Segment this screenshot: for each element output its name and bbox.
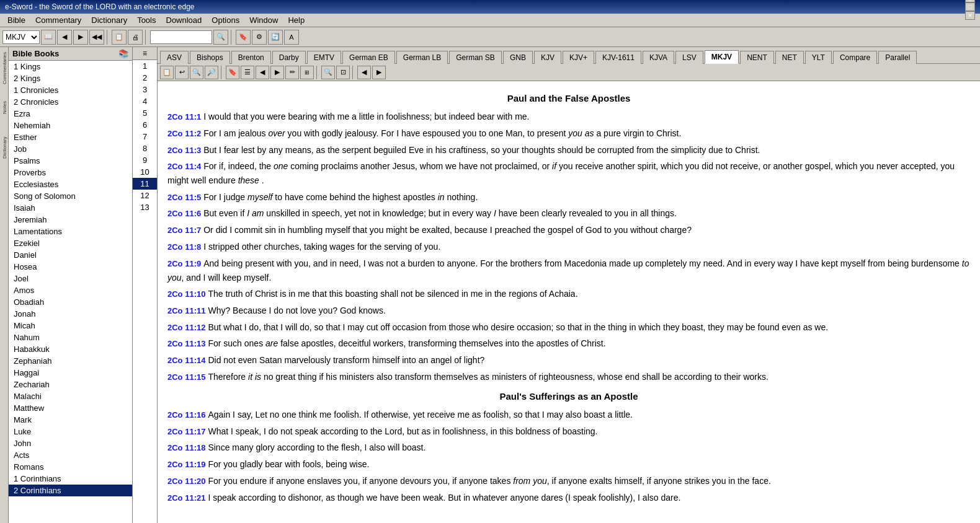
ct-search2-btn[interactable]: 🔎: [205, 66, 218, 79]
chapter-item-8[interactable]: 8: [133, 143, 157, 154]
book-item-lamentations[interactable]: Lamentations: [9, 226, 132, 237]
ct-next-btn[interactable]: ▶: [372, 66, 386, 79]
bible-select[interactable]: MKJV: [2, 30, 40, 44]
copy-button[interactable]: 📋: [112, 30, 127, 45]
ct-bookmark-btn[interactable]: 🔖: [226, 66, 239, 79]
bible-tab-bishops[interactable]: Bishops: [190, 51, 230, 64]
menu-bible[interactable]: Bible: [2, 14, 30, 26]
ct-prev-btn[interactable]: ◀: [357, 66, 371, 79]
book-item-malachi[interactable]: Malachi: [9, 390, 132, 402]
bible-tab-kjv-[interactable]: KJV+: [563, 51, 594, 64]
book-item-job[interactable]: Job: [9, 143, 132, 155]
ct-copy-btn[interactable]: 📋: [160, 66, 174, 79]
book-item-proverbs[interactable]: Proverbs: [9, 167, 132, 178]
book-item-daniel[interactable]: Daniel: [9, 249, 132, 261]
bible-books-list[interactable]: 1 Kings2 Kings1 Chronicles2 ChroniclesEz…: [9, 61, 132, 523]
book-item-isaiah[interactable]: Isaiah: [9, 202, 132, 214]
menu-help[interactable]: Help: [283, 14, 310, 26]
bible-tab-german-lb[interactable]: German LB: [396, 51, 448, 64]
book-item-zechariah[interactable]: Zechariah: [9, 379, 132, 390]
ct-grid-btn[interactable]: ⊞: [300, 66, 314, 79]
menu-options[interactable]: Options: [207, 14, 244, 26]
bible-tab-gnb[interactable]: GNB: [503, 51, 533, 64]
book-item-song-of-solomon[interactable]: Song of Solomon: [9, 190, 132, 202]
bible-tab-darby[interactable]: Darby: [272, 51, 306, 64]
book-item-john[interactable]: John: [9, 437, 132, 449]
menu-dictionary[interactable]: Dictionary: [86, 14, 132, 26]
menu-tools[interactable]: Tools: [132, 14, 161, 26]
chapter-item-6[interactable]: 6: [133, 119, 157, 131]
close-button[interactable]: ✕: [965, 11, 975, 20]
chapter-item-3[interactable]: 3: [133, 84, 157, 95]
menu-window[interactable]: Window: [244, 14, 283, 26]
ct-back-btn[interactable]: ↩: [175, 66, 189, 79]
back-button[interactable]: ◀: [57, 30, 72, 45]
bible-tab-kjva[interactable]: KJVA: [643, 51, 674, 64]
bible-tab-german-eb[interactable]: German EB: [342, 51, 395, 64]
chapter-list[interactable]: 12345678910111213: [133, 60, 157, 523]
bible-tab-compare[interactable]: Compare: [833, 51, 877, 64]
search-input[interactable]: [150, 30, 212, 44]
ct-edit-btn[interactable]: ✏: [285, 66, 299, 79]
book-item-hosea[interactable]: Hosea: [9, 261, 132, 273]
refresh-button[interactable]: 🔄: [268, 30, 283, 45]
book-item-amos[interactable]: Amos: [9, 284, 132, 296]
print-button[interactable]: 🖨: [128, 30, 143, 45]
chapter-item-5[interactable]: 5: [133, 107, 157, 119]
book-item-acts[interactable]: Acts: [9, 449, 132, 461]
bible-tab-german-sb[interactable]: German SB: [449, 51, 502, 64]
settings-button[interactable]: ⚙: [252, 30, 267, 45]
ct-left-btn[interactable]: ◀: [256, 66, 269, 79]
open-bible-button[interactable]: 📖: [41, 30, 56, 45]
font-button[interactable]: A: [284, 30, 299, 45]
book-item-1-chronicles[interactable]: 1 Chronicles: [9, 84, 132, 96]
bible-tab-ylt[interactable]: YLT: [805, 51, 832, 64]
menu-commentary[interactable]: Commentary: [30, 14, 86, 26]
book-item-habakkuk[interactable]: Habakkuk: [9, 343, 132, 355]
chapter-item-7[interactable]: 7: [133, 131, 157, 143]
prev-chapter-button[interactable]: ◀◀: [89, 30, 104, 45]
bible-tab-lsv[interactable]: LSV: [675, 51, 703, 64]
dictionary-tab[interactable]: Dictionary: [1, 129, 8, 166]
book-item-jeremiah[interactable]: Jeremiah: [9, 214, 132, 226]
bible-tab-net[interactable]: NET: [775, 51, 804, 64]
bookmark-button[interactable]: 🔖: [236, 30, 251, 45]
book-item-nehemiah[interactable]: Nehemiah: [9, 120, 132, 131]
chapter-item-1[interactable]: 1: [133, 60, 157, 72]
bible-tab-asv[interactable]: ASV: [160, 51, 189, 64]
chapter-item-13[interactable]: 13: [133, 201, 157, 213]
book-item-matthew[interactable]: Matthew: [9, 402, 132, 414]
bible-tab-nent[interactable]: NENT: [740, 51, 774, 64]
maximize-button[interactable]: □: [965, 2, 975, 11]
bible-tab-kjv-1611[interactable]: KJV-1611: [595, 51, 641, 64]
ct-list-btn[interactable]: ☰: [241, 66, 254, 79]
book-item-1-corinthians[interactable]: 1 Corinthians: [9, 473, 132, 485]
book-item-ezekiel[interactable]: Ezekiel: [9, 237, 132, 249]
book-item-psalms[interactable]: Psalms: [9, 155, 132, 167]
bible-tab-parallel[interactable]: Parallel: [878, 51, 917, 64]
ct-search-btn[interactable]: 🔍: [190, 66, 203, 79]
bible-tab-emtv[interactable]: EMTV: [307, 51, 341, 64]
chapter-item-4[interactable]: 4: [133, 95, 157, 107]
book-item-2-chronicles[interactable]: 2 Chronicles: [9, 96, 132, 108]
menu-download[interactable]: Download: [161, 14, 207, 26]
search-button[interactable]: 🔍: [213, 30, 228, 45]
book-item-obadiah[interactable]: Obadiah: [9, 296, 132, 308]
book-item-2-kings[interactable]: 2 Kings: [9, 73, 132, 84]
chapter-item-2[interactable]: 2: [133, 72, 157, 84]
book-item-esther[interactable]: Esther: [9, 131, 132, 143]
ct-fit-btn[interactable]: ⊡: [336, 66, 350, 79]
chapter-item-11[interactable]: 11: [133, 178, 157, 190]
book-item-2-corinthians[interactable]: 2 Corinthians: [9, 485, 132, 496]
book-item-luke[interactable]: Luke: [9, 426, 132, 437]
book-item-jonah[interactable]: Jonah: [9, 308, 132, 320]
bible-content[interactable]: Paul and the False Apostles2Co 11:1I wou…: [158, 81, 980, 523]
book-item-ezra[interactable]: Ezra: [9, 108, 132, 120]
book-item-nahum[interactable]: Nahum: [9, 332, 132, 343]
chapter-item-9[interactable]: 9: [133, 154, 157, 166]
book-item-micah[interactable]: Micah: [9, 320, 132, 332]
ct-right-btn[interactable]: ▶: [270, 66, 284, 79]
book-item-joel[interactable]: Joel: [9, 273, 132, 284]
book-item-ecclesiastes[interactable]: Ecclesiastes: [9, 178, 132, 190]
book-item-mark[interactable]: Mark: [9, 414, 132, 426]
